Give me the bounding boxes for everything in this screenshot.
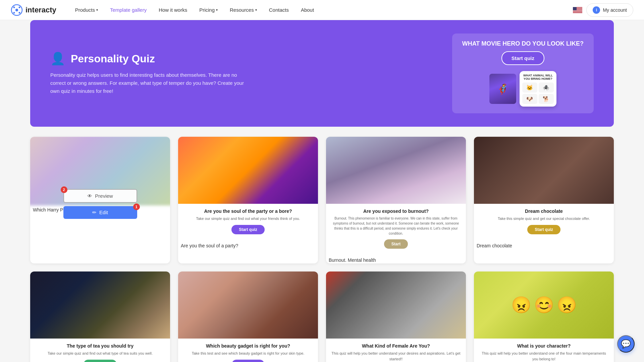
- nav-right: i My account: [573, 3, 633, 17]
- card-character-inner-desc: This quiz will help you better understan…: [479, 351, 608, 362]
- card-burnout-title: Burnout. Mental health: [326, 254, 466, 263]
- svg-point-1: [15, 9, 18, 11]
- nav-pricing[interactable]: Pricing ▾: [194, 4, 223, 15]
- logo-text: interacty: [25, 6, 56, 14]
- phone-preview: WHAT ANIMAL WILL YOU BRING HOME? 🐱 🕷️ 🐶 …: [520, 71, 556, 107]
- card-tea-inner: The type of tea you should try Take our …: [30, 339, 170, 362]
- card-female[interactable]: What Kind of Female Are You? This quiz w…: [326, 272, 466, 362]
- nav-resources[interactable]: Resources ▾: [224, 4, 262, 15]
- phone-opt-1: 🐱: [522, 82, 537, 93]
- preview-button[interactable]: 👁 Preview: [63, 189, 137, 203]
- card-burnout-inner: Are you exposed to burnout? Burnout. Thi…: [326, 204, 466, 254]
- hero-start-quiz-button[interactable]: Start quiz: [501, 51, 544, 65]
- main-content: 👤 Personality Quiz Personality quiz help…: [0, 20, 644, 362]
- hero-description: Personality quiz helps users to find int…: [50, 71, 252, 95]
- nav-how-it-works[interactable]: How it works: [153, 4, 193, 15]
- emoji-sad: 😠: [511, 296, 531, 314]
- preview-label: Preview: [95, 193, 113, 199]
- card-chocolate[interactable]: Dream chocolate Take this simple quiz an…: [474, 137, 614, 263]
- svg-point-3: [13, 6, 15, 8]
- preview-btn-wrapper: 2 👁 Preview: [63, 189, 137, 203]
- hero-mockup: WHAT MOVIE HERO DO YOU LOOK LIKE? Start …: [452, 34, 594, 113]
- badge-2: 2: [61, 186, 67, 193]
- card-harry-potter-img-wrapper: 2 👁 Preview 1 ✏ Edit: [30, 137, 170, 204]
- hero-left: 👤 Personality Quiz Personality quiz help…: [50, 52, 252, 95]
- svg-point-5: [13, 12, 15, 13]
- eye-icon: 👁: [87, 193, 92, 199]
- svg-point-2: [19, 6, 20, 8]
- edit-btn-wrapper: 1 ✏ Edit: [63, 206, 137, 219]
- phone-question: WHAT ANIMAL WILL YOU BRING HOME?: [522, 74, 554, 80]
- card-beauty-inner-title: Which beauty gadget is right for you?: [183, 343, 313, 349]
- card-tea-inner-desc: Take our simple quiz and find out what t…: [36, 351, 165, 356]
- card-party-start-button[interactable]: Start quiz: [231, 225, 265, 234]
- logo[interactable]: interacty: [11, 4, 56, 16]
- card-party-inner-title: Are you the soul of the party or a bore?: [183, 208, 313, 214]
- card-chocolate-inner: Dream chocolate Take this simple quiz an…: [474, 204, 614, 240]
- card-character-inner-title: What is your character?: [479, 343, 608, 349]
- nav-template-gallery[interactable]: Template gallery: [105, 4, 152, 15]
- svg-rect-14: [573, 10, 582, 10]
- header: interacty Products ▾ Template gallery Ho…: [0, 0, 644, 20]
- card-female-image: [326, 272, 466, 339]
- card-chocolate-image: [474, 137, 614, 204]
- card-chocolate-inner-title: Dream chocolate: [479, 208, 608, 214]
- card-harry-potter[interactable]: 2 👁 Preview 1 ✏ Edit: [30, 137, 170, 263]
- card-chocolate-start-button[interactable]: Start quiz: [527, 225, 560, 234]
- card-character[interactable]: 😠 😊 😠 What is your character? This quiz …: [474, 272, 614, 362]
- hero-title: Personality Quiz: [71, 53, 155, 65]
- flag-icon[interactable]: [573, 7, 582, 13]
- edit-label: Edit: [99, 209, 108, 215]
- svg-rect-19: [573, 12, 582, 13]
- card-grid-row2: The type of tea you should try Take our …: [30, 272, 614, 362]
- card-tea[interactable]: The type of tea you should try Take our …: [30, 272, 170, 362]
- hero-right: WHAT MOVIE HERO DO YOU LOOK LIKE? Start …: [452, 34, 594, 113]
- quiz-icon: 👤: [50, 52, 65, 66]
- phone-opt-2: 🕷️: [539, 82, 554, 93]
- chat-icon: 💬: [621, 339, 631, 349]
- logo-icon: [11, 4, 23, 16]
- badge-1: 1: [133, 203, 140, 210]
- svg-rect-17: [573, 11, 582, 12]
- card-grid-section: 2 👁 Preview 1 ✏ Edit: [0, 137, 644, 362]
- phone-opt-3: 🐶: [522, 94, 537, 104]
- chat-button[interactable]: 💬: [617, 335, 635, 353]
- card-party[interactable]: Are you the soul of the party or a bore?…: [178, 137, 318, 263]
- card-party-inner: Are you the soul of the party or a bore?…: [178, 204, 318, 240]
- svg-rect-20: [573, 7, 577, 10]
- svg-rect-15: [573, 11, 582, 11]
- card-beauty-inner-desc: Take this test and see which beauty gadg…: [183, 351, 313, 356]
- my-account-button[interactable]: i My account: [586, 3, 633, 17]
- products-caret: ▾: [96, 8, 98, 12]
- card-beauty-start-button[interactable]: Start test: [232, 360, 264, 362]
- emoji-angry: 😠: [557, 296, 577, 314]
- phone-opt-4: 🐕: [539, 94, 554, 104]
- nav-products[interactable]: Products ▾: [70, 4, 103, 15]
- card-female-inner-title: What Kind of Female Are You?: [331, 343, 461, 349]
- card-burnout[interactable]: Are you exposed to burnout? Burnout. Thi…: [326, 137, 466, 263]
- resources-caret: ▾: [255, 8, 257, 12]
- nav-about[interactable]: About: [296, 4, 319, 15]
- hero-mockup-title: WHAT MOVIE HERO DO YOU LOOK LIKE?: [462, 40, 584, 47]
- card-burnout-image: [326, 137, 466, 204]
- nav-contacts[interactable]: Contacts: [264, 4, 294, 15]
- svg-rect-16: [573, 11, 582, 11]
- card-character-inner: What is your character? This quiz will h…: [474, 339, 614, 362]
- card-chocolate-title: Dream chocolate: [474, 240, 614, 249]
- card-chocolate-inner-desc: Take this simple quiz and get our specia…: [479, 216, 608, 222]
- card-female-inner: What Kind of Female Are You? This quiz w…: [326, 339, 466, 362]
- edit-button[interactable]: ✏ Edit: [63, 206, 137, 219]
- card-beauty[interactable]: Which beauty gadget is right for you? Ta…: [178, 272, 318, 362]
- card-tea-start-button[interactable]: Start quiz: [84, 360, 117, 362]
- my-account-label: My account: [603, 7, 627, 13]
- my-account-icon: i: [593, 6, 600, 14]
- card-character-image: 😠 😊 😠: [474, 272, 614, 339]
- nav: Products ▾ Template gallery How it works…: [70, 4, 573, 15]
- pencil-icon: ✏: [92, 209, 97, 216]
- svg-rect-18: [573, 12, 582, 12]
- pricing-caret: ▾: [216, 8, 218, 12]
- card-tea-inner-title: The type of tea you should try: [36, 343, 165, 349]
- emoji-happy: 😊: [534, 296, 554, 314]
- card-burnout-start-button[interactable]: Start: [384, 239, 408, 249]
- hero-banner: 👤 Personality Quiz Personality quiz help…: [30, 20, 614, 127]
